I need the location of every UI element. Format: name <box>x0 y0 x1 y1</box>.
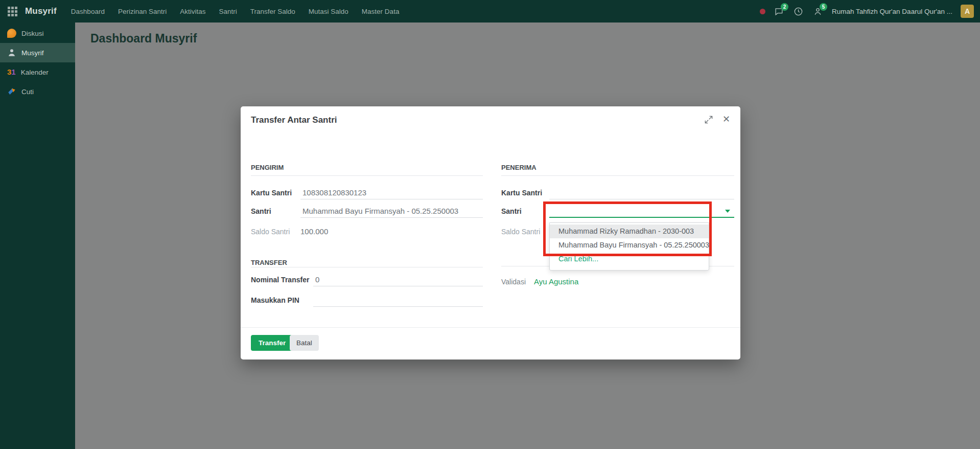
navbar-right: 2 5 Rumah Tahfizh Qur'an Daarul Qur'an .… <box>760 5 980 18</box>
notification-user-icon[interactable]: 5 <box>812 6 824 17</box>
sender-saldo-row: Saldo Santri 100.000 <box>251 225 483 238</box>
pin-row: Masukkan PIN <box>251 294 483 307</box>
apps-grid-icon[interactable] <box>8 7 17 16</box>
brand[interactable]: Musyrif <box>25 6 57 16</box>
sidebar-item-label: Cuti <box>21 88 34 96</box>
nav-item-perizinan-santri[interactable]: Perizinan Santri <box>118 8 167 15</box>
chat-badge: 2 <box>781 3 788 11</box>
dropdown-option[interactable]: Muhammad Rizky Ramadhan - 2030-003 <box>550 224 709 238</box>
receiver-kartu-row: Kartu Santri <box>501 186 734 199</box>
transfer-modal: Transfer Antar Santri ✕ PENGIRIM Kartu S… <box>241 106 740 360</box>
nominal-row: Nominal Transfer <box>251 273 483 286</box>
search-more-link[interactable]: Cari Lebih... <box>550 252 709 265</box>
validasi-value: Ayu Agustina <box>534 275 578 288</box>
modal-header: Transfer Antar Santri ✕ <box>241 106 740 133</box>
pin-input[interactable] <box>313 294 483 307</box>
receiver-santri-select[interactable] <box>549 205 734 218</box>
field-label: Masukkan PIN <box>251 294 313 307</box>
sender-kartu-input[interactable] <box>300 186 483 199</box>
sidebar-item-musyrif[interactable]: Musyrif <box>0 43 75 62</box>
chat-bubble-icon <box>7 29 16 38</box>
sender-column: PENGIRIM Kartu Santri Santri Saldo Santr… <box>251 160 483 333</box>
screen: Dashboard Musyrif Dashboard Musyrif 01 A… <box>0 0 980 449</box>
field-label: Nominal Transfer <box>251 273 313 286</box>
top-navbar: Musyrif Dashboard Perizinan Santri Aktiv… <box>0 0 980 23</box>
clock-icon[interactable] <box>793 6 804 17</box>
field-label: Santri <box>501 205 549 218</box>
transfer-button[interactable]: Transfer <box>251 335 293 351</box>
chat-icon[interactable]: 2 <box>774 6 785 17</box>
receiver-santri-row: Santri <box>501 205 734 218</box>
sender-saldo-value: 100.000 <box>300 225 328 238</box>
sidebar-item-label: Kalender <box>21 69 49 76</box>
santri-dropdown: Muhammad Rizky Ramadhan - 2030-003 Muham… <box>549 222 709 271</box>
sidebar-item-diskusi[interactable]: Diskusi <box>0 24 75 43</box>
receiver-kartu-input[interactable] <box>549 186 734 199</box>
field-label: Saldo Santri <box>501 225 549 238</box>
sidebar-item-cuti[interactable]: Cuti <box>0 82 75 101</box>
nav-item-aktivitas[interactable]: Aktivitas <box>180 8 205 15</box>
person-icon <box>7 48 16 57</box>
modal-title: Transfer Antar Santri <box>251 115 337 125</box>
select-caret-icon <box>725 210 730 213</box>
sidebar-item-label: Diskusi <box>21 30 44 37</box>
nav-item-santri[interactable]: Santri <box>219 8 237 15</box>
receiver-column: PENERIMA Kartu Santri Santri Saldo Santr… <box>501 160 734 333</box>
sender-kartu-row: Kartu Santri <box>251 186 483 199</box>
nominal-transfer-input[interactable] <box>313 273 483 286</box>
field-label: Kartu Santri <box>501 186 549 199</box>
calendar-31-icon: 31 <box>7 68 16 77</box>
section-penerima: PENERIMA <box>501 160 734 176</box>
sender-santri-input[interactable] <box>300 205 483 218</box>
notification-badge: 5 <box>820 3 827 11</box>
field-label: Validasi <box>501 275 534 288</box>
section-pengirim: PENGIRIM <box>251 160 483 176</box>
organization-name[interactable]: Rumah Tahfizh Qur'an Daarul Qur'an ... <box>832 8 952 15</box>
field-label: Santri <box>251 205 300 218</box>
nav-item-transfer-saldo[interactable]: Transfer Saldo <box>250 8 295 15</box>
nav-item-master-data[interactable]: Master Data <box>362 8 400 15</box>
sidebar-item-kalender[interactable]: 31 Kalender <box>0 62 75 82</box>
field-label: Saldo Santri <box>251 225 300 238</box>
sidebar-item-label: Musyrif <box>21 49 44 57</box>
section-transfer: TRANSFER <box>251 255 483 267</box>
modal-footer: Transfer Batal <box>241 327 740 360</box>
nav-item-mutasi-saldo[interactable]: Mutasi Saldo <box>309 8 348 15</box>
cancel-button[interactable]: Batal <box>290 335 319 351</box>
dropdown-option[interactable]: Muhammad Bayu Firmansyah - 05.25.250003 <box>550 238 709 252</box>
avatar[interactable]: A <box>961 5 974 18</box>
status-dot-icon <box>760 9 765 14</box>
expand-icon[interactable] <box>704 115 714 125</box>
validasi-row: Validasi Ayu Agustina <box>501 275 734 288</box>
nav-menu: Dashboard Perizinan Santri Aktivitas San… <box>71 8 400 15</box>
field-label: Kartu Santri <box>251 186 300 199</box>
sidebar: Diskusi Musyrif 31 Kalender Cuti <box>0 23 75 449</box>
close-icon[interactable]: ✕ <box>722 114 730 125</box>
nav-item-dashboard[interactable]: Dashboard <box>71 8 105 15</box>
leave-icon <box>7 87 16 96</box>
sender-santri-row: Santri <box>251 205 483 218</box>
